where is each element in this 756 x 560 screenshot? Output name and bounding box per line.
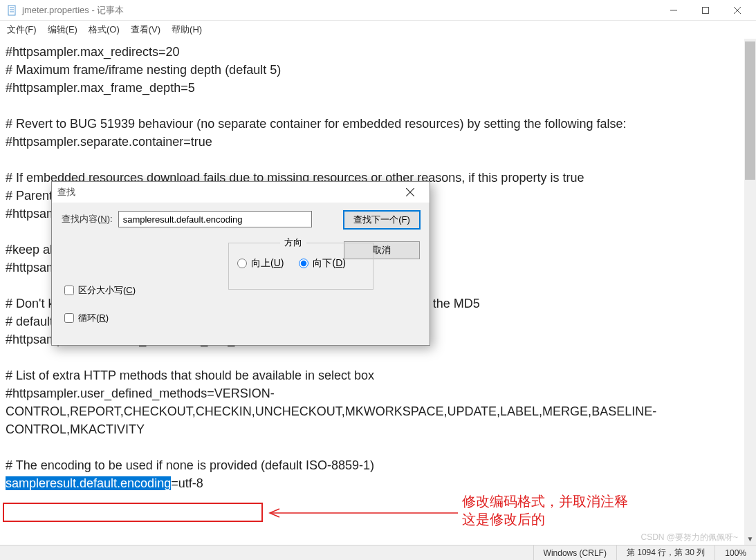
menu-help[interactable]: 帮助(H) <box>172 24 202 36</box>
status-eol: Windows (CRLF) <box>533 545 616 560</box>
menu-file[interactable]: 文件(F) <box>7 24 37 36</box>
scroll-thumb[interactable] <box>745 41 755 180</box>
find-dialog: 查找 查找内容(N): 查找下一个(F) 取消 方向 向上(U) 向下(D) 区… <box>51 181 430 346</box>
svg-rect-0 <box>8 6 15 15</box>
window-titlebar: jmeter.properties - 记事本 <box>0 0 756 21</box>
dialog-close-button[interactable] <box>396 182 424 203</box>
find-label: 查找内容(N): <box>62 213 113 225</box>
menu-bar: 文件(F) 编辑(E) 格式(O) 查看(V) 帮助(H) <box>0 21 756 39</box>
annotation-arrow-icon <box>264 507 458 519</box>
dialog-title: 查找 <box>57 186 75 198</box>
scroll-down-icon[interactable]: ▼ <box>744 533 756 545</box>
dialog-titlebar[interactable]: 查找 <box>52 182 430 203</box>
status-zoom: 100% <box>714 545 756 560</box>
menu-edit[interactable]: 编辑(E) <box>48 24 77 36</box>
maximize-button[interactable] <box>690 0 721 21</box>
close-button[interactable] <box>721 0 753 21</box>
menu-view[interactable]: 查看(V) <box>131 24 160 36</box>
wrap-around-checkbox[interactable]: 循环(R) <box>64 312 136 324</box>
status-bar: Windows (CRLF) 第 1094 行，第 30 列 100% <box>0 545 756 560</box>
vertical-scrollbar[interactable]: ▲ ▼ <box>744 39 756 545</box>
direction-up-radio[interactable]: 向上(U) <box>237 257 284 270</box>
annotation-text: 修改编码格式，并取消注释 这是修改后的 <box>462 492 628 528</box>
window-title: jmeter.properties - 记事本 <box>22 4 124 17</box>
direction-down-radio[interactable]: 向下(D) <box>299 257 345 270</box>
direction-group: 方向 向上(U) 向下(D) <box>228 243 374 290</box>
notepad-icon <box>7 5 18 16</box>
status-pos: 第 1094 行，第 30 列 <box>616 545 714 560</box>
find-input[interactable] <box>118 211 312 227</box>
direction-legend: 方向 <box>280 236 306 249</box>
find-next-button[interactable]: 查找下一个(F) <box>344 211 420 229</box>
svg-rect-5 <box>703 7 709 13</box>
minimize-button[interactable] <box>658 0 690 21</box>
annotation-box <box>3 503 263 522</box>
menu-format[interactable]: 格式(O) <box>89 24 120 36</box>
match-case-checkbox[interactable]: 区分大小写(C) <box>64 284 136 297</box>
